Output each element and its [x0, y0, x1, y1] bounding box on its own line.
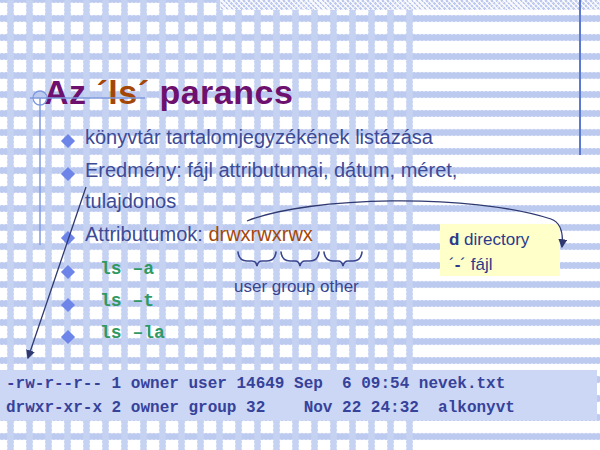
- command-ls-la: ls –la: [100, 323, 165, 343]
- legend-directory-row: d directory: [449, 227, 551, 252]
- bullet-item-result: Eredmény: fájl attributumai, dátum, mére…: [85, 155, 457, 217]
- legend-file-row: ´-´ fájl: [449, 252, 551, 277]
- command-ls-t: ls –t: [100, 291, 154, 311]
- terminal-line-1: -rw-r--r-- 1 owner user 14649 Sep 6 09:5…: [0, 370, 597, 396]
- legend-callout: d directory ´-´ fájl: [440, 224, 560, 276]
- bullet-item-attributes: Attributumok: drwxrwxrwx: [85, 219, 313, 250]
- attributes-permission-string: drwxrwxrwx: [208, 223, 312, 245]
- underbrace-icons: [237, 251, 367, 269]
- top-decorative-band: [220, 0, 600, 10]
- legend-d-key: d: [449, 230, 459, 249]
- bullet-item-listing: könyvtár tartalomjegyzékének listázása: [85, 122, 433, 153]
- diamond-bullet-icon: [61, 265, 75, 279]
- command-ls-a: ls –a: [100, 259, 154, 279]
- bullet-result-line2: tulajdonos: [85, 190, 176, 212]
- legend-file-label: fájl: [466, 255, 492, 274]
- terminal-line-2: drwxr-xr-x 2 owner group 32 Nov 22 24:32…: [0, 396, 597, 420]
- right-decorative-line: [579, 0, 581, 155]
- permission-group-labels: user group other: [234, 277, 359, 297]
- diamond-bullet-icon: [61, 330, 75, 344]
- bullet-result-line1: Eredmény: fájl attributumai, dátum, mére…: [85, 159, 457, 181]
- legend-d-label: directory: [459, 230, 529, 249]
- attributes-label: Attributumok:: [85, 223, 208, 245]
- diamond-bullet-icon: [61, 298, 75, 312]
- terminal-output: -rw-r--r-- 1 owner user 14649 Sep 6 09:5…: [0, 370, 597, 420]
- title-part3: parancs: [150, 73, 294, 111]
